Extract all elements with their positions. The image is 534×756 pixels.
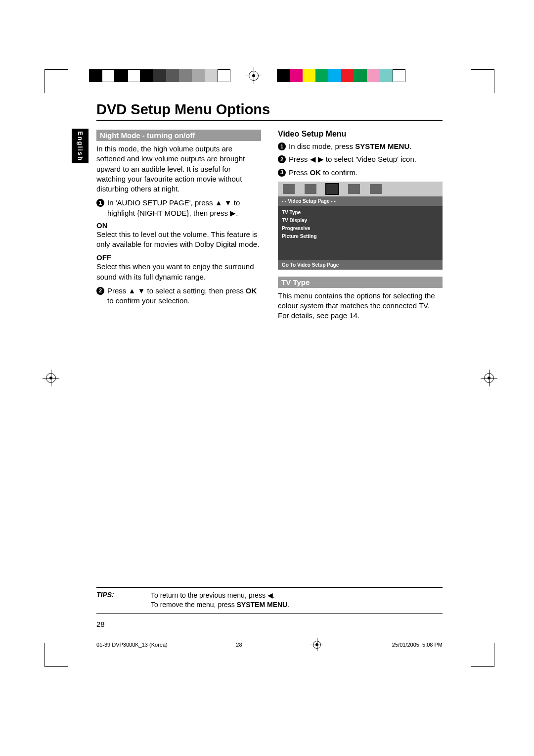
page-number: 28 xyxy=(96,620,105,628)
step-text: Press OK to confirm. xyxy=(289,168,357,178)
up-down-arrow-icon: ▲ ▼ xyxy=(129,286,145,295)
osd-item: TV Display xyxy=(282,217,439,225)
registration-mark-icon xyxy=(481,370,497,386)
left-arrow-icon: ◀ xyxy=(267,591,273,599)
osd-tab-icon xyxy=(348,184,360,194)
osd-item: TV Type xyxy=(282,209,439,217)
tips-text: To return to the previous menu, press ◀.… xyxy=(151,591,289,610)
footer-page: 28 xyxy=(236,642,242,648)
osd-tab-icon xyxy=(370,184,382,194)
tips-label: TIPS: xyxy=(96,591,126,610)
crop-mark xyxy=(44,69,68,93)
osd-screenshot: - - Video Setup Page - - TV Type TV Disp… xyxy=(278,182,443,270)
step-1: 1 In 'AUDIO SETUP PAGE', press ▲ ▼ to hi… xyxy=(96,198,261,218)
language-tab: English xyxy=(72,129,89,163)
osd-tab-icon xyxy=(305,184,316,194)
off-heading: OFF xyxy=(96,253,261,262)
osd-menu-items: TV Type TV Display Progressive Picture S… xyxy=(278,206,443,260)
crop-mark xyxy=(471,643,494,667)
on-text: Select this to level out the volume. Thi… xyxy=(96,230,261,250)
up-down-arrow-icon: ▲ ▼ xyxy=(215,198,232,207)
step-2: 2 Press ▲ ▼ to select a setting, then pr… xyxy=(96,286,261,306)
osd-item: Progressive xyxy=(282,225,439,233)
grayscale-colorbar xyxy=(89,69,230,82)
step-2: 2 Press ◀ ▶ to select 'Video Setup' icon… xyxy=(278,154,443,164)
tips-box: TIPS: To return to the previous menu, pr… xyxy=(96,587,443,614)
crop-mark xyxy=(471,69,494,93)
step-text: Press ◀ ▶ to select 'Video Setup' icon. xyxy=(289,154,416,164)
registration-mark-icon xyxy=(43,370,59,386)
section-bar-night-mode: Night Mode - turning on/off xyxy=(96,130,261,141)
video-setup-heading: Video Setup Menu xyxy=(278,130,443,139)
night-mode-intro: In this mode, the high volume outputs ar… xyxy=(96,144,261,194)
step-number-icon: 1 xyxy=(278,142,286,150)
osd-header: - - Video Setup Page - - xyxy=(278,196,443,206)
osd-item: Picture Setting xyxy=(282,233,439,240)
registration-mark-icon xyxy=(311,638,323,651)
osd-tab-icon xyxy=(283,184,295,194)
osd-footer: Go To Video Setup Page xyxy=(278,260,443,270)
right-arrow-icon: ▶ xyxy=(230,209,236,217)
color-colorbar xyxy=(277,69,405,82)
page-content: DVD Setup Menu Options Night Mode - turn… xyxy=(96,101,443,325)
registration-mark-icon xyxy=(245,67,262,84)
crop-mark xyxy=(44,643,68,667)
footer-doc-id: 01-39 DVP3000K_13 (Korea) xyxy=(96,642,168,648)
step-number-icon: 1 xyxy=(96,199,104,207)
tv-type-text: This menu contains the options for selec… xyxy=(278,291,443,321)
print-footer: 01-39 DVP3000K_13 (Korea) 28 25/01/2005,… xyxy=(96,638,443,651)
step-number-icon: 2 xyxy=(96,287,104,295)
right-column: Video Setup Menu 1 In disc mode, press S… xyxy=(278,130,443,325)
on-heading: ON xyxy=(96,221,261,230)
left-right-arrow-icon: ◀ ▶ xyxy=(310,155,324,163)
osd-icon-row xyxy=(278,182,443,196)
left-column: Night Mode - turning on/off In this mode… xyxy=(96,130,261,325)
step-number-icon: 3 xyxy=(278,169,286,177)
print-calibration-row xyxy=(89,69,455,82)
section-bar-tv-type: TV Type xyxy=(278,277,443,288)
step-text: In disc mode, press SYSTEM MENU. xyxy=(289,142,411,151)
page-title: DVD Setup Menu Options xyxy=(96,101,443,121)
step-text: Press ▲ ▼ to select a setting, then pres… xyxy=(107,286,261,306)
step-3: 3 Press OK to confirm. xyxy=(278,168,443,178)
step-number-icon: 2 xyxy=(278,155,286,163)
step-text: In 'AUDIO SETUP PAGE', press ▲ ▼ to high… xyxy=(107,198,261,218)
osd-tab-icon-selected xyxy=(326,184,338,194)
footer-timestamp: 25/01/2005, 5:08 PM xyxy=(392,642,443,648)
step-1: 1 In disc mode, press SYSTEM MENU. xyxy=(278,142,443,151)
off-text: Select this when you want to enjoy the s… xyxy=(96,262,261,282)
